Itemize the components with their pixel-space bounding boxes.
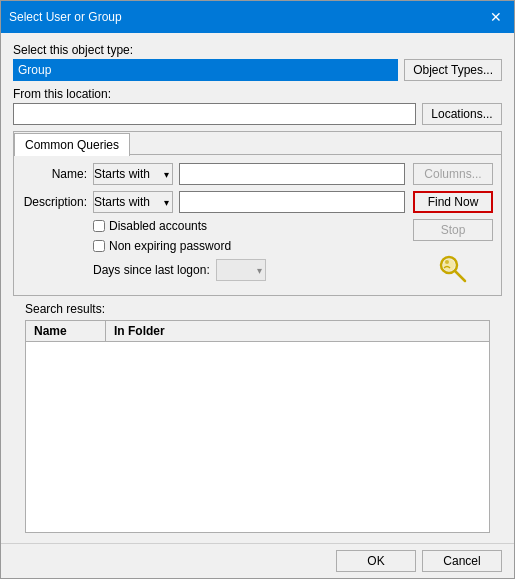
name-field-row: Name: Starts with Is exactly (22, 163, 405, 185)
non-expiring-row: Non expiring password (93, 239, 405, 253)
tab-header: Common Queries (14, 132, 501, 155)
stop-button[interactable]: Stop (413, 219, 493, 241)
name-value-input[interactable] (179, 163, 405, 185)
disabled-accounts-checkbox[interactable] (93, 220, 105, 232)
disabled-accounts-row: Disabled accounts (93, 219, 405, 233)
name-condition-select[interactable]: Starts with Is exactly (93, 163, 173, 185)
search-results-section: Search results: Name In Folder (13, 302, 502, 533)
dialog-title: Select User or Group (9, 10, 122, 24)
col-in-folder[interactable]: In Folder (106, 321, 489, 341)
dialog-content: Select this object type: Object Types...… (1, 33, 514, 543)
svg-point-1 (443, 259, 455, 271)
svg-line-2 (455, 271, 465, 281)
results-header: Name In Folder (26, 321, 489, 342)
search-results-label: Search results: (25, 302, 490, 316)
footer-buttons: OK Cancel (1, 543, 514, 578)
description-value-input[interactable] (179, 191, 405, 213)
results-table[interactable]: Name In Folder (25, 320, 490, 533)
days-row: Days since last logon: (93, 259, 405, 281)
search-icon-area (413, 251, 493, 287)
svg-point-3 (445, 260, 449, 264)
col-name[interactable]: Name (26, 321, 106, 341)
non-expiring-password-label[interactable]: Non expiring password (109, 239, 231, 253)
close-button[interactable]: ✕ (486, 7, 506, 27)
location-label: From this location: (13, 87, 502, 101)
ok-button[interactable]: OK (336, 550, 416, 572)
object-types-button[interactable]: Object Types... (404, 59, 502, 81)
object-type-row: Object Types... (13, 59, 502, 81)
description-condition-select[interactable]: Starts with Is exactly (93, 191, 173, 213)
location-input[interactable] (13, 103, 416, 125)
days-select[interactable] (216, 259, 266, 281)
find-now-button[interactable]: Find Now (413, 191, 493, 213)
object-type-input[interactable] (13, 59, 398, 81)
location-row: Locations... (13, 103, 502, 125)
name-label: Name: (22, 167, 87, 181)
panel-body: Name: Starts with Is exactly Description… (14, 155, 501, 295)
object-type-label: Select this object type: (13, 43, 502, 57)
description-label: Description: (22, 195, 87, 209)
search-icon (435, 251, 471, 287)
days-label: Days since last logon: (93, 263, 210, 277)
description-starts-with-wrap: Starts with Is exactly (93, 191, 173, 213)
panel-fields: Name: Starts with Is exactly Description… (22, 163, 405, 287)
common-queries-panel: Common Queries Name: Starts with Is exac… (13, 131, 502, 296)
object-type-section: Select this object type: Object Types... (13, 43, 502, 81)
columns-button[interactable]: Columns... (413, 163, 493, 185)
non-expiring-password-checkbox[interactable] (93, 240, 105, 252)
location-section: From this location: Locations... (13, 87, 502, 125)
locations-button[interactable]: Locations... (422, 103, 502, 125)
select-user-group-dialog: Select User or Group ✕ Select this objec… (0, 0, 515, 579)
panel-buttons: Columns... Find Now Stop (413, 163, 493, 287)
tab-common-queries[interactable]: Common Queries (14, 133, 130, 156)
cancel-button[interactable]: Cancel (422, 550, 502, 572)
name-starts-with-wrap: Starts with Is exactly (93, 163, 173, 185)
title-bar: Select User or Group ✕ (1, 1, 514, 33)
description-field-row: Description: Starts with Is exactly (22, 191, 405, 213)
days-select-wrap (216, 259, 266, 281)
disabled-accounts-label[interactable]: Disabled accounts (109, 219, 207, 233)
